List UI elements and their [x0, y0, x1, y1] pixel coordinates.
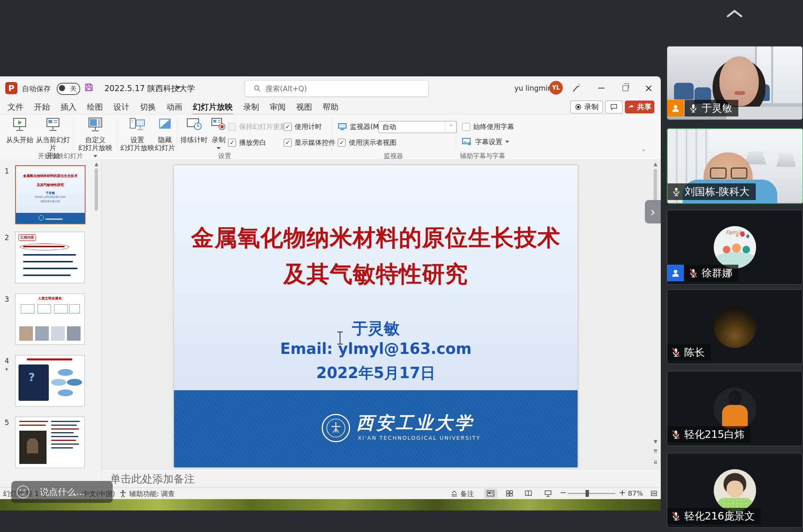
minimize-icon: [598, 88, 604, 88]
tab-transitions[interactable]: 切换: [135, 100, 161, 114]
slide-thumbnail-1[interactable]: 金属氧化物纳米材料的原位生长技术 及其气敏特性研究 于灵敏 Email: ylm…: [15, 165, 85, 224]
autosave-label: 自动保存: [22, 84, 51, 94]
slide-author[interactable]: 于灵敏: [174, 318, 578, 339]
chat-quick-bar[interactable]: 说点什么...: [11, 481, 113, 503]
university-seal-icon: [321, 413, 351, 443]
document-title[interactable]: 2022.5.17 陕西科技大学: [104, 83, 195, 94]
participant-tile[interactable]: 于灵敏: [667, 46, 803, 120]
slide-thumbnail-4[interactable]: ?: [15, 355, 85, 406]
slide-title-line2[interactable]: 及其气敏特性研究: [174, 259, 578, 290]
sidebar-collapse-button[interactable]: [722, 5, 747, 22]
restore-button[interactable]: [620, 83, 631, 93]
tab-record[interactable]: 录制: [238, 100, 264, 114]
setup-slideshow-button[interactable]: 设置 幻灯片放映: [120, 116, 154, 152]
checkbox-checked-icon: ✓: [338, 139, 346, 147]
tab-insert[interactable]: 插入: [55, 100, 82, 114]
reading-view-button[interactable]: [522, 489, 535, 498]
tab-design[interactable]: 设计: [108, 100, 135, 114]
collapse-ribbon-button[interactable]: ˅: [642, 149, 645, 156]
subtitle-settings-button[interactable]: 字幕设置: [462, 137, 509, 146]
comments-button[interactable]: [605, 101, 623, 113]
avatar: [714, 306, 756, 348]
monitor-dropdown[interactable]: 自动 ˅: [378, 121, 457, 133]
from-beginning-button[interactable]: 从头开始: [5, 116, 35, 144]
account-name[interactable]: yu lingmin: [514, 84, 552, 92]
thumbnail-scroll-up-button[interactable]: ▲: [92, 160, 101, 168]
notes-toggle-button[interactable]: 备注: [450, 489, 474, 498]
slide-email[interactable]: Email: ylmyl@163.com: [174, 340, 578, 357]
slide-thumbnail-2[interactable]: 汇报内容: [15, 232, 85, 283]
always-use-subtitles-checkbox[interactable]: 始终使用字幕: [462, 122, 514, 131]
close-button[interactable]: ×: [643, 83, 654, 93]
rehearse-timings-button[interactable]: 排练计时: [179, 116, 209, 144]
chat-input-placeholder[interactable]: 说点什么...: [40, 486, 85, 498]
participant-tile[interactable]: 轻化216庞景文: [667, 453, 803, 528]
participant-name: 于灵敏: [702, 101, 732, 115]
zoom-in-button[interactable]: +: [619, 488, 626, 497]
participant-tile[interactable]: Family 徐群娜: [667, 210, 803, 285]
scroll-down-button[interactable]: ▼: [651, 437, 660, 445]
participant-tile[interactable]: 陈长: [667, 289, 803, 364]
emoji-icon[interactable]: [17, 485, 30, 498]
accessibility-status[interactable]: 辅助功能: 调查: [120, 489, 175, 498]
zoom-out-button[interactable]: −: [560, 488, 567, 497]
scroll-up-button[interactable]: ▲: [651, 160, 660, 168]
zoom-level[interactable]: 87%: [628, 489, 643, 497]
mic-muted-icon: [671, 430, 681, 439]
tab-slideshow[interactable]: 幻灯片放映: [188, 100, 238, 114]
keep-slides-updated-checkbox[interactable]: 保持幻灯片更新: [228, 122, 287, 131]
restore-icon: [623, 85, 628, 91]
slide-thumbnail-3[interactable]: 人类文明发展史: [15, 293, 85, 345]
tab-help[interactable]: 帮助: [317, 100, 344, 114]
zoom-slider-thumb[interactable]: [586, 490, 589, 497]
play-narrations-checkbox[interactable]: ✓ 播放旁白: [228, 138, 266, 147]
panel-expand-button[interactable]: ›: [645, 200, 661, 223]
slide-title-line1[interactable]: 金属氧化物纳米材料的原位生长技术: [174, 223, 578, 253]
previous-slide-button[interactable]: ⇈: [651, 447, 660, 455]
mic-muted-icon: [671, 347, 681, 357]
presenter-view-checkbox[interactable]: ✓ 使用演示者视图: [338, 138, 396, 147]
autosave-toggle[interactable]: 关: [57, 83, 80, 95]
notes-icon: [450, 491, 458, 497]
search-box[interactable]: [245, 80, 429, 97]
tab-draw[interactable]: 绘图: [82, 100, 108, 114]
save-button[interactable]: [84, 82, 94, 94]
normal-view-button[interactable]: [484, 489, 497, 498]
record-slideshow-button[interactable]: 录制: [209, 116, 228, 152]
slide-date[interactable]: 2022年5月17日: [174, 363, 578, 383]
next-slide-button[interactable]: ⇊: [651, 458, 660, 465]
laser-pen-button[interactable]: [570, 83, 581, 93]
hide-slide-button[interactable]: 隐藏 幻灯片: [154, 116, 176, 152]
ribbon: 从头开始 从当前幻灯片 开始: [0, 114, 661, 160]
tab-file[interactable]: 文件: [2, 100, 29, 114]
comment-icon: [610, 103, 618, 111]
use-timings-checkbox[interactable]: ✓ 使用计时: [284, 122, 322, 131]
search-input[interactable]: [265, 84, 410, 93]
account-avatar[interactable]: YL: [549, 81, 563, 95]
slide-thumbnail-5[interactable]: [15, 417, 85, 468]
tab-review[interactable]: 审阅: [264, 100, 291, 114]
chevron-up-icon: [726, 9, 743, 18]
zoom-slider-track[interactable]: [568, 493, 615, 494]
tab-animations[interactable]: 动画: [161, 100, 188, 114]
share-button[interactable]: 共享: [625, 101, 654, 113]
fit-to-window-button[interactable]: [648, 489, 660, 498]
notes-pane[interactable]: 单击此处添加备注: [102, 469, 661, 487]
tab-view[interactable]: 视图: [291, 100, 317, 114]
university-name-cn: 西安工业大学: [356, 411, 474, 435]
participant-tile[interactable]: 刘国栋-陕科大: [667, 128, 803, 204]
notes-placeholder[interactable]: 单击此处添加备注: [110, 472, 195, 486]
laser-pen-icon: [571, 83, 581, 93]
record-button[interactable]: 录制: [570, 101, 603, 113]
thumbnail-scrollbar[interactable]: [95, 168, 98, 211]
minimize-button[interactable]: [596, 83, 607, 93]
slide-sorter-view-button[interactable]: [503, 489, 516, 498]
show-media-controls-checkbox[interactable]: ✓ 显示媒体控件: [284, 138, 335, 147]
mic-muted-icon: [671, 511, 681, 521]
participant-label: 刘国栋-陕科大: [668, 183, 756, 200]
autosave-state: 关: [70, 84, 76, 93]
tab-home[interactable]: 开始: [29, 100, 55, 114]
slide-canvas[interactable]: 金属氧化物纳米材料的原位生长技术 及其气敏特性研究 于灵敏 Email: ylm…: [174, 165, 578, 467]
participant-tile[interactable]: 轻化215白炜: [667, 371, 803, 446]
slideshow-view-button[interactable]: [542, 489, 554, 498]
